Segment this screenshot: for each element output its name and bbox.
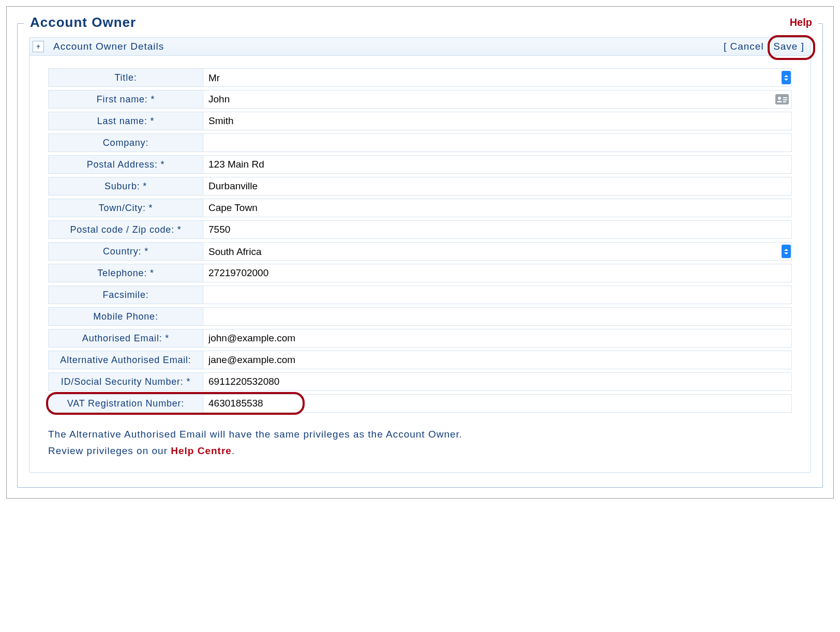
- row-authorised-email: Authorised Email: *: [48, 329, 792, 348]
- label-town-city: Town/City: *: [48, 199, 203, 217]
- row-postal-address: Postal Address: *: [48, 155, 792, 174]
- label-telephone: Telephone: *: [48, 264, 203, 282]
- label-authorised-email: Authorised Email: *: [48, 329, 203, 348]
- row-first-name: First name: *: [48, 90, 792, 109]
- country-select[interactable]: South Africa: [203, 242, 792, 261]
- help-link[interactable]: Help: [787, 17, 815, 28]
- panel-title: Account Owner Details: [53, 41, 724, 52]
- cancel-button[interactable]: Cancel: [730, 41, 763, 52]
- row-vat: VAT Registration Number:: [48, 394, 792, 413]
- alt-authorised-email-input[interactable]: [203, 351, 792, 369]
- row-alt-authorised-email: Alternative Authorised Email:: [48, 351, 792, 369]
- label-first-name: First name: *: [48, 90, 203, 109]
- label-postal-address: Postal Address: *: [48, 155, 203, 174]
- row-facsimile: Facsimile:: [48, 285, 792, 304]
- account-owner-fieldset: Account Owner Help Account Owner Details…: [17, 23, 823, 488]
- mobile-phone-input[interactable]: [203, 307, 792, 326]
- label-facsimile: Facsimile:: [48, 285, 203, 304]
- row-title: Title: Mr: [48, 68, 792, 87]
- details-panel: Account Owner Details [ Cancel | Save ] …: [29, 37, 811, 473]
- title-select[interactable]: Mr: [203, 68, 792, 87]
- row-telephone: Telephone: *: [48, 264, 792, 282]
- panel-body: Title: Mr First name: *: [29, 56, 811, 472]
- info-text: The Alternative Authorised Email will ha…: [48, 426, 792, 460]
- row-last-name: Last name: *: [48, 112, 792, 130]
- panel-actions: [ Cancel | Save ]: [724, 41, 804, 52]
- save-button[interactable]: Save: [773, 41, 798, 52]
- first-name-input[interactable]: [203, 90, 792, 109]
- row-postal-code: Postal code / Zip code: *: [48, 220, 792, 239]
- label-id-ssn: ID/Social Security Number: *: [48, 372, 203, 391]
- label-suburb: Suburb: *: [48, 177, 203, 195]
- label-postal-code: Postal code / Zip code: *: [48, 220, 203, 239]
- facsimile-input[interactable]: [203, 285, 792, 304]
- panel-header: Account Owner Details [ Cancel | Save ]: [29, 38, 811, 56]
- svg-rect-3: [783, 99, 787, 100]
- id-ssn-input[interactable]: [203, 372, 792, 391]
- page-title: Account Owner: [27, 14, 139, 31]
- row-id-ssn: ID/Social Security Number: *: [48, 372, 792, 391]
- svg-rect-4: [783, 101, 786, 102]
- info-line1: The Alternative Authorised Email will ha…: [48, 426, 792, 443]
- row-mobile-phone: Mobile Phone:: [48, 307, 792, 326]
- row-suburb: Suburb: *: [48, 177, 792, 195]
- suburb-input[interactable]: [203, 177, 792, 195]
- vat-input[interactable]: [203, 394, 792, 413]
- label-company: Company:: [48, 133, 203, 152]
- help-centre-link[interactable]: Help Centre: [171, 445, 232, 456]
- row-town-city: Town/City: *: [48, 199, 792, 217]
- svg-rect-2: [783, 97, 787, 98]
- label-alt-authorised-email: Alternative Authorised Email:: [48, 351, 203, 369]
- label-country: Country: *: [48, 242, 203, 261]
- legend-row: Account Owner Help: [24, 14, 818, 31]
- label-title: Title:: [48, 68, 203, 87]
- row-company: Company:: [48, 133, 792, 152]
- label-mobile-phone: Mobile Phone:: [48, 307, 203, 326]
- collapse-icon[interactable]: [33, 41, 44, 52]
- svg-point-1: [778, 97, 781, 100]
- postal-address-input[interactable]: [203, 155, 792, 174]
- postal-code-input[interactable]: [203, 220, 792, 239]
- company-input[interactable]: [203, 133, 792, 152]
- last-name-input[interactable]: [203, 112, 792, 130]
- town-city-input[interactable]: [203, 199, 792, 217]
- label-last-name: Last name: *: [48, 112, 203, 130]
- info-line2: Review privileges on our Help Centre.: [48, 443, 792, 459]
- contact-card-icon[interactable]: [775, 94, 789, 104]
- outer-frame: Account Owner Help Account Owner Details…: [6, 6, 834, 499]
- telephone-input[interactable]: [203, 264, 792, 282]
- row-country: Country: * South Africa: [48, 242, 792, 261]
- label-vat: VAT Registration Number:: [48, 394, 203, 413]
- authorised-email-input[interactable]: [203, 329, 792, 348]
